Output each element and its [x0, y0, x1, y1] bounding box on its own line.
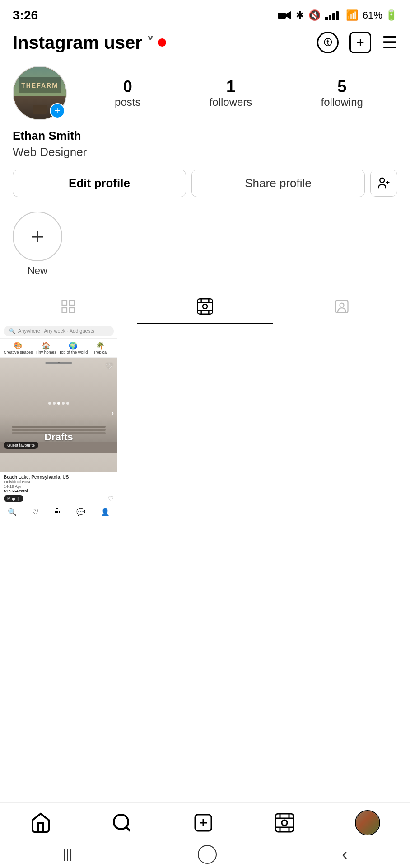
svg-rect-13: [197, 299, 212, 314]
drafts-label: Drafts: [0, 431, 117, 443]
profile-nav-button[interactable]: [355, 810, 380, 835]
reels-tab-icon: [196, 297, 214, 316]
username-section[interactable]: Instagram user ˅: [13, 33, 166, 53]
svg-rect-12: [70, 308, 75, 313]
add-nav-button[interactable]: [192, 812, 214, 834]
followers-label: followers: [210, 96, 252, 108]
svg-rect-9: [62, 300, 67, 305]
add-nav-icon: [192, 812, 214, 834]
edit-profile-button[interactable]: Edit profile: [13, 170, 186, 197]
hamburger-menu-button[interactable]: ☰: [382, 33, 397, 52]
fake-trips-icon: 🏛: [54, 508, 61, 516]
home-nav-button[interactable]: [30, 812, 51, 834]
next-arrow-icon[interactable]: ›: [112, 409, 114, 416]
tab-reels[interactable]: [137, 289, 274, 324]
new-story-plus-icon: +: [31, 223, 44, 250]
posts-label: posts: [115, 96, 140, 108]
add-post-button[interactable]: +: [349, 32, 371, 53]
svg-rect-0: [278, 13, 286, 19]
search-nav-button[interactable]: [111, 812, 133, 834]
listing-dates: 14-19 Apr: [4, 484, 114, 489]
svg-rect-2: [325, 17, 328, 20]
status-time: 3:26: [13, 8, 38, 23]
add-story-button[interactable]: +: [50, 103, 65, 118]
profile-bio: Web Designer: [13, 144, 397, 160]
hamburger-icon: ☰: [382, 33, 397, 52]
add-square-icon: +: [356, 35, 364, 50]
add-person-icon: [377, 176, 391, 190]
tabs-section: [0, 289, 410, 324]
fake-home-icon: 🔍: [8, 508, 17, 516]
fake-profile-icon: 👤: [101, 508, 110, 516]
signal-icon: [325, 10, 341, 20]
username-text: Instagram user: [13, 33, 142, 53]
tab-grid[interactable]: [0, 289, 137, 324]
header-actions: ⓣ + ☰: [317, 32, 397, 53]
grid-icon: [60, 298, 76, 315]
svg-point-14: [203, 304, 207, 309]
card-heart-icon[interactable]: ♡: [108, 495, 114, 502]
posts-stat[interactable]: 0 posts: [115, 78, 140, 108]
profile-name: Ethan Smith: [13, 127, 397, 144]
listing-host: Individual Host: [4, 480, 114, 484]
svg-marker-1: [286, 11, 291, 19]
home-nav-icon: [30, 812, 51, 834]
new-story-button[interactable]: +: [13, 212, 62, 261]
status-bar: 3:26 ✱ 🔇 📶 61% 🔋: [0, 0, 410, 28]
svg-rect-3: [329, 15, 331, 20]
reels-nav-button[interactable]: [274, 812, 295, 834]
following-stat[interactable]: 5 following: [321, 78, 363, 108]
notification-dot: [158, 38, 166, 47]
posts-count: 0: [123, 78, 132, 96]
system-nav: ||| ‹: [0, 841, 410, 868]
recents-button[interactable]: |||: [63, 847, 73, 862]
profile-buttons: Edit profile Share profile: [13, 170, 397, 197]
fake-heart-nav-icon: ♡: [32, 508, 38, 516]
draft-card[interactable]: 🔍 Anywhere · Any week · Add guests 🎨 Cre…: [0, 324, 117, 519]
mute-icon: 🔇: [308, 9, 321, 21]
header: Instagram user ˅ ⓣ + ☰: [0, 28, 410, 61]
avatar-wrapper: THEFARM +: [13, 66, 67, 120]
new-highlight[interactable]: + New: [13, 212, 62, 277]
profile-top: THEFARM + 0 posts 1 followers: [13, 66, 397, 120]
svg-rect-4: [332, 13, 335, 20]
threads-icon: ⓣ: [324, 37, 332, 48]
reels-nav-icon: [274, 812, 295, 834]
share-profile-button[interactable]: Share profile: [191, 170, 365, 197]
bluetooth-icon: ✱: [296, 9, 304, 21]
guest-favourite-badge: Guest favourite: [4, 442, 38, 449]
new-label: New: [28, 265, 47, 277]
status-icons: ✱ 🔇 📶 61% 🔋: [278, 9, 397, 21]
map-button[interactable]: Map |||: [4, 495, 23, 502]
dropdown-arrow-icon[interactable]: ˅: [147, 35, 154, 51]
bottom-nav: [0, 802, 410, 841]
listing-price: £17,554 total: [4, 489, 114, 493]
add-person-button[interactable]: [370, 170, 397, 197]
video-icon: [278, 10, 291, 20]
svg-rect-28: [275, 814, 294, 832]
following-label: following: [321, 96, 363, 108]
favourite-heart-icon[interactable]: ♡: [106, 361, 113, 371]
tab-tagged[interactable]: [273, 289, 410, 324]
fake-inbox-icon: 💬: [76, 508, 85, 516]
followers-stat[interactable]: 1 followers: [210, 78, 252, 108]
svg-point-6: [380, 178, 384, 183]
search-nav-icon: [111, 812, 133, 834]
threads-button[interactable]: ⓣ: [317, 32, 339, 53]
profile-section: THEFARM + 0 posts 1 followers: [0, 61, 410, 206]
plus-icon: +: [55, 106, 61, 116]
svg-point-23: [114, 815, 128, 829]
svg-rect-11: [62, 308, 67, 313]
svg-line-24: [126, 827, 130, 831]
content-area: 🔍 Anywhere · Any week · Add guests 🎨 Cre…: [0, 324, 410, 519]
back-button[interactable]: ‹: [342, 845, 347, 864]
draft-card-preview: 🔍 Anywhere · Any week · Add guests 🎨 Cre…: [0, 324, 117, 519]
svg-rect-5: [336, 11, 339, 20]
home-button[interactable]: [198, 845, 217, 864]
tagged-icon: [334, 298, 350, 315]
empty-content-right: [117, 324, 410, 519]
svg-point-29: [282, 820, 287, 826]
svg-point-22: [340, 303, 344, 307]
followers-count: 1: [226, 78, 235, 96]
highlights-section: + New: [0, 206, 410, 286]
